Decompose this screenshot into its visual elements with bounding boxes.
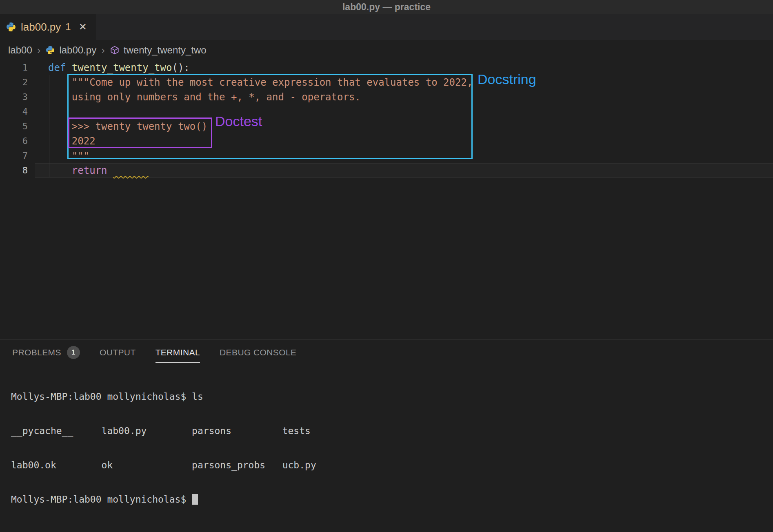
tab-bar: lab00.py 1 ✕ [0,14,773,40]
tab-debug-console[interactable]: DEBUG CONSOLE [220,339,296,366]
close-icon[interactable]: ✕ [79,21,87,33]
code-token: """ [72,150,89,162]
tab-output[interactable]: OUTPUT [100,339,136,366]
tab-problems[interactable]: PROBLEMS 1 [12,339,80,366]
terminal-line: lab00.ok ok parsons_probs ucb.py [11,459,773,471]
line-number[interactable]: 3 [0,90,35,104]
code-text[interactable]: return [35,163,773,178]
code-token: def [48,62,66,73]
code-token: using only numbers and the +, *, and - o… [72,91,361,103]
terminal-line: Mollys-MBP:lab00 mollynicholas$ ls [11,391,773,402]
line-number[interactable]: 8 [0,163,35,178]
code-token [48,77,72,88]
tab-problem-count: 1 [65,21,71,33]
breadcrumb-folder[interactable]: lab00 [8,44,32,56]
code-line[interactable]: 3 using only numbers and the +, *, and -… [0,90,773,104]
code-text[interactable]: >>> twenty_twenty_two() [35,119,773,134]
line-number[interactable]: 1 [0,60,35,75]
bottom-panel: PROBLEMS 1 OUTPUT TERMINAL DEBUG CONSOLE… [0,339,773,532]
line-number[interactable]: 7 [0,149,35,163]
tab-terminal[interactable]: TERMINAL [155,339,200,366]
panel-tab-bar: PROBLEMS 1 OUTPUT TERMINAL DEBUG CONSOLE [0,339,773,366]
debug-console-label: DEBUG CONSOLE [220,348,296,357]
code-token [48,91,72,103]
indent-guide [49,75,49,177]
editor-tab-lab00[interactable]: lab00.py 1 ✕ [0,14,96,40]
line-number[interactable]: 6 [0,134,35,149]
problems-label: PROBLEMS [12,348,61,357]
code-token: """Come up with the most creative expres… [72,77,473,88]
terminal-cursor [192,494,198,505]
code-token [48,121,72,132]
code-text[interactable]: 2022 [35,134,773,149]
line-number[interactable]: 4 [0,104,35,119]
code-token: (): [172,62,189,73]
line-number[interactable]: 5 [0,119,35,134]
code-token [48,135,72,147]
code-text[interactable]: def twenty_twenty_two(): [35,60,773,75]
code-line[interactable]: 2 """Come up with the most creative expr… [0,75,773,90]
code-text[interactable]: """Come up with the most creative expres… [35,75,773,90]
symbol-cube-icon [110,45,120,55]
code-line[interactable]: 8 return [0,163,773,178]
breadcrumb-symbol[interactable]: twenty_twenty_two [124,44,207,56]
code-line[interactable]: 4 [0,104,773,119]
terminal-label: TERMINAL [155,348,200,357]
code-token: twenty_twenty_two [72,62,172,73]
breadcrumb: lab00 › lab00.py › twenty_twenty_two [0,40,773,60]
code-token [107,165,113,176]
code-line[interactable]: 6 2022 [0,134,773,149]
titlebar: lab00.py — practice [0,0,773,14]
terminal-prompt-line: Mollys-MBP:lab00 mollynicholas$ [11,494,773,505]
chevron-right-icon: › [100,44,106,57]
warning-squiggle [113,165,149,176]
window-title: lab00.py — practice [342,2,431,13]
terminal-line: __pycache__ lab00.py parsons tests [11,425,773,437]
code-token [48,150,72,162]
code-lines: 1def twenty_twenty_two():2 """Come up wi… [0,60,773,178]
code-line[interactable]: 7 """ [0,149,773,163]
chevron-right-icon: › [36,44,42,57]
terminal[interactable]: Mollys-MBP:lab00 mollynicholas$ ls __pyc… [0,366,773,528]
tab-filename: lab00.py [21,21,61,33]
python-icon [6,22,16,32]
editor[interactable]: 1def twenty_twenty_two():2 """Come up wi… [0,60,773,339]
code-token: return [72,165,107,176]
python-icon [45,45,55,55]
code-text[interactable]: """ [35,149,773,163]
problems-count-badge: 1 [67,346,80,359]
vscode-window: lab00.py — practice lab00.py 1 ✕ lab00 ›… [0,0,773,532]
breadcrumb-file[interactable]: lab00.py [59,44,96,56]
code-line[interactable]: 5 >>> twenty_twenty_two() [0,119,773,134]
code-token [66,62,71,73]
output-label: OUTPUT [100,348,136,357]
line-number[interactable]: 2 [0,75,35,90]
code-token: 2022 [72,135,96,147]
code-token [48,165,72,176]
code-line[interactable]: 1def twenty_twenty_two(): [0,60,773,75]
terminal-prompt: Mollys-MBP:lab00 mollynicholas$ [11,494,192,505]
code-text[interactable] [35,104,773,119]
code-token: >>> twenty_twenty_two() [72,121,207,132]
code-text[interactable]: using only numbers and the +, *, and - o… [35,90,773,104]
